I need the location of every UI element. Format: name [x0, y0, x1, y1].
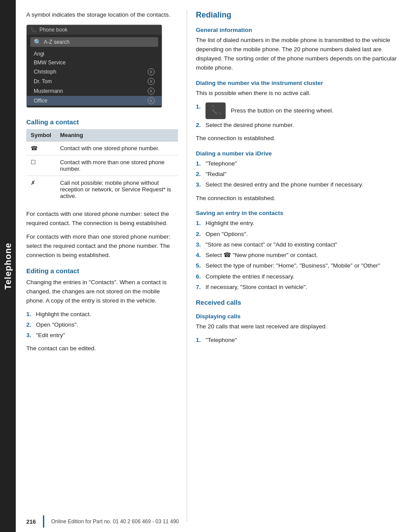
step-text: "Telephone": [205, 159, 237, 168]
pb-item-name: BMW Service: [34, 60, 66, 66]
step-text: Open "Options".: [205, 230, 248, 239]
step-text: Complete the entries if necessary.: [205, 272, 294, 281]
calling-para1: For contacts with one stored phone numbe…: [26, 210, 178, 228]
saving-entry-title: Saving an entry in the contacts: [196, 210, 407, 216]
redialing-title: Redialing: [196, 11, 407, 20]
pb-item-icon: R: [148, 97, 155, 104]
list-item: 1.Highlight the entry.: [196, 219, 407, 228]
pb-search-label: A-Z search: [44, 39, 70, 45]
table-row: ✗Call not possible; mobile phone without…: [26, 176, 178, 203]
step-text: "Store as new contact" or "Add to existi…: [205, 240, 337, 249]
editing-steps-list: 1.Highlight the contact.2.Open "Options"…: [26, 310, 178, 340]
table-row: ☎Contact with one stored phone number.: [26, 141, 178, 155]
main-content: A symbol indicates the storage location …: [16, 0, 418, 532]
list-item: 1.Highlight the contact.: [26, 310, 178, 319]
symbol-cell: ✗: [26, 176, 56, 203]
editing-intro: Changing the entries in "Contacts". When…: [26, 278, 178, 306]
pb-header: 📞 Phone book: [27, 25, 162, 35]
step-text: "Telephone": [205, 336, 237, 345]
dialing-instrument-steps: 1. 📞 Press the button on the steering wh…: [196, 102, 407, 130]
dialing-instrument-intro: This is possible when there is no active…: [196, 89, 407, 98]
table-row: ☐Contact with more than one stored phone…: [26, 155, 178, 176]
pb-item-name: Angi: [34, 51, 44, 57]
pb-item-name: Dr. Tom: [34, 78, 52, 85]
col-symbol: Symbol: [26, 129, 56, 141]
footer: 216 Online Edition for Part no. 01 40 2 …: [0, 511, 418, 532]
side-tab: Telephone: [0, 0, 16, 532]
step-text: Select ☎ "New phone number" or contact.: [205, 251, 318, 260]
displaying-calls-title: Displaying calls: [196, 313, 407, 320]
left-column: A symbol indicates the storage location …: [16, 11, 187, 521]
list-item: 2.Open "Options".: [26, 321, 178, 329]
received-calls-title: Received calls: [196, 299, 407, 306]
page-number: 216: [26, 518, 36, 525]
pb-list-item: OfficeR: [27, 96, 162, 106]
step-text: Highlight the contact.: [36, 310, 91, 319]
side-tab-label: Telephone: [3, 243, 13, 290]
meaning-cell: Contact with more than one stored phone …: [56, 155, 178, 176]
list-item: 5.Select the type of number: "Home", "Bu…: [196, 261, 407, 270]
right-column: Redialing General information The list o…: [187, 11, 418, 521]
list-item: 3.Select the desired entry and the phone…: [196, 180, 407, 189]
pb-item-icon: R: [148, 78, 155, 85]
pb-search-row: 🔍 A-Z search: [30, 37, 158, 47]
general-info-text: The list of dialed numbers in the mobile…: [196, 36, 407, 73]
calling-contact-title: Calling a contact: [26, 118, 178, 126]
phonebook-icon: 📞: [30, 27, 37, 33]
step-2-text: Select the desired phone number.: [205, 121, 294, 130]
list-item: 2.Open "Options".: [196, 230, 407, 239]
list-item: 7.If necessary, "Store contact in vehicl…: [196, 283, 407, 292]
list-item: 1."Telephone": [196, 159, 407, 168]
step-text: Select the type of number: "Home", "Busi…: [205, 261, 380, 270]
steering-wheel-icon: 📞: [205, 102, 226, 119]
meaning-cell: Call not possible; mobile phone without …: [56, 176, 178, 203]
calling-para2: For contacts with more than one stored p…: [26, 233, 178, 260]
intro-text: A symbol indicates the storage location …: [26, 11, 178, 19]
pb-list-item: ChristophR: [27, 67, 162, 77]
page-container: Telephone A symbol indicates the storage…: [0, 0, 418, 532]
list-item: 1."Telephone": [196, 336, 407, 345]
list-item: 3."Store as new contact" or "Add to exis…: [196, 240, 407, 249]
footer-divider: [43, 515, 44, 528]
col-meaning: Meaning: [56, 129, 178, 141]
symbol-table: Symbol Meaning ☎Contact with one stored …: [26, 129, 178, 203]
step-text: "Edit entry": [36, 331, 65, 340]
pb-header-label: Phone book: [39, 27, 67, 33]
pb-list-item: BMW Service: [27, 58, 162, 67]
pb-list: AngiBMW ServiceChristophRDr. TomRMusterm…: [27, 49, 162, 107]
symbol-cell: ☐: [26, 155, 56, 176]
step-text: Open "Options".: [36, 321, 78, 329]
editing-conclusion: The contact can be edited.: [26, 344, 178, 353]
list-item: 2."Redial": [196, 170, 407, 179]
footer-text: Online Edition for Part no. 01 40 2 606 …: [51, 518, 179, 525]
dialing-instrument-title: Dialing the number via the instrument cl…: [196, 80, 407, 86]
step-text: "Redial": [205, 170, 227, 179]
received-steps-list: 1."Telephone": [196, 336, 407, 345]
pb-item-icon: R: [148, 68, 155, 75]
dialing-idrive-title: Dialing a number via iDrive: [196, 150, 407, 157]
pb-item-icon: R: [148, 88, 155, 95]
step-2: 2. Select the desired phone number.: [196, 121, 407, 130]
step-text: If necessary, "Store contact in vehicle"…: [205, 283, 307, 292]
symbol-cell: ☎: [26, 141, 56, 155]
list-item: 4.Select ☎ "New phone number" or contact…: [196, 251, 407, 260]
pb-list-item: Angi: [27, 49, 162, 58]
editing-contact-title: Editing a contact: [26, 267, 178, 275]
meaning-cell: Contact with one stored phone number.: [56, 141, 178, 155]
saving-steps-list: 1.Highlight the entry.2.Open "Options".3…: [196, 219, 407, 292]
step-text: Select the desired entry and the phone n…: [205, 180, 363, 189]
pb-item-name: Christoph: [34, 69, 56, 75]
step-text: Highlight the entry.: [205, 219, 255, 228]
pb-list-item: Dr. TomR: [27, 77, 162, 86]
search-icon: 🔍: [34, 39, 41, 46]
list-item: 6.Complete the entries if necessary.: [196, 272, 407, 281]
general-info-title: General information: [196, 27, 407, 33]
step-1: 1. 📞 Press the button on the steering wh…: [196, 102, 407, 119]
pb-item-name: Office: [34, 98, 47, 104]
dialing-instrument-conclusion: The connection is established.: [196, 134, 407, 143]
pb-item-name: Mustermann: [34, 88, 63, 94]
list-item: 3."Edit entry": [26, 331, 178, 340]
phone-book-image: 📞 Phone book 🔍 A-Z search AngiBMW Servic…: [26, 25, 162, 108]
pb-list-item: MustermannR: [27, 86, 162, 96]
idrive-steps-list: 1."Telephone"2."Redial"3.Select the desi…: [196, 159, 407, 190]
